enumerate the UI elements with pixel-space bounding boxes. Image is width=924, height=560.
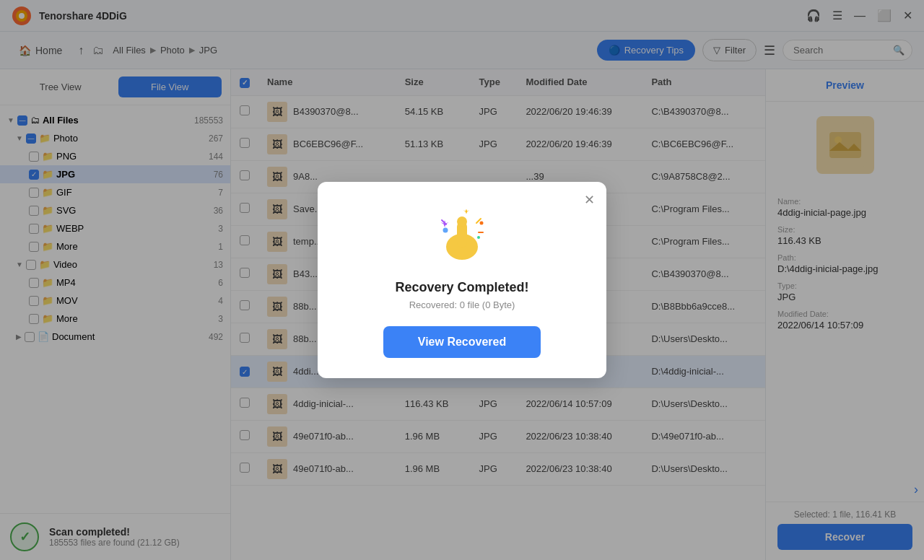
svg-point-8 (457, 216, 467, 227)
svg-point-13 (477, 236, 480, 239)
svg-point-11 (443, 228, 448, 233)
modal-icon-area (426, 204, 498, 268)
thumbs-up-icon (430, 207, 494, 265)
modal-close-button[interactable]: ✕ (584, 192, 595, 208)
recovery-completed-modal: ✕ (318, 182, 606, 378)
svg-marker-10 (463, 209, 469, 214)
modal-overlay: ✕ (0, 0, 924, 560)
svg-point-12 (480, 222, 484, 225)
view-recovered-button[interactable]: View Recovered (383, 326, 541, 358)
modal-title: Recovery Completed! (395, 280, 528, 295)
modal-subtitle: Recovered: 0 file (0 Byte) (409, 299, 515, 310)
